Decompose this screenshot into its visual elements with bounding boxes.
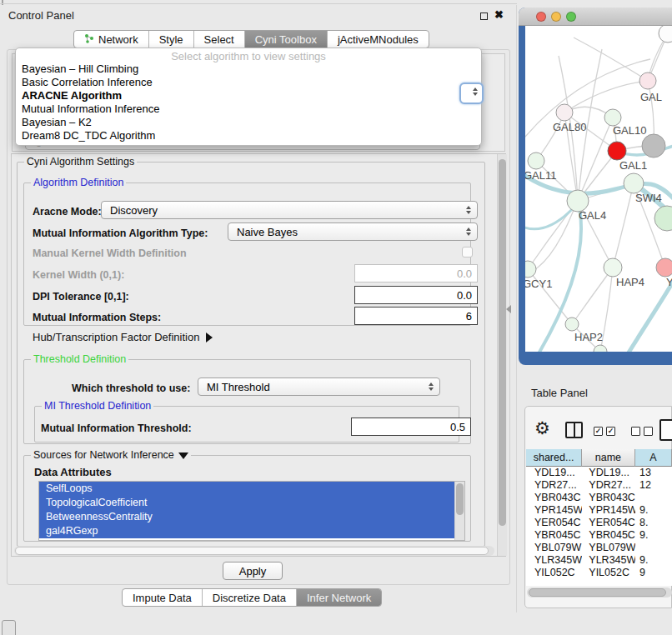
tab-discretize-data[interactable]: Discretize Data xyxy=(202,589,296,606)
manual-kernel-label: Manual Kernel Width Definition xyxy=(33,248,187,259)
kernel-width-label: Kernel Width (0,1): xyxy=(33,269,124,281)
table-row[interactable]: YDL19...YDL19...13 xyxy=(526,467,672,479)
algorithm-combo-fragment[interactable] xyxy=(459,82,484,104)
split-pane-grip[interactable] xyxy=(506,305,511,313)
mi-threshold-label: Mutual Information Threshold: xyxy=(41,422,192,434)
network-canvas[interactable]: GALGAL80GAL10GAL1GAL11SWI4GAL4GCY1HAP4YH… xyxy=(525,26,672,352)
algorithm-option-bayesian-k2[interactable]: Bayesian – K2 xyxy=(16,116,481,129)
which-threshold-combo[interactable]: MI Threshold xyxy=(198,378,440,396)
table-row[interactable]: YER054CYER054C8. xyxy=(526,517,672,529)
mi-steps-field[interactable]: 6 xyxy=(354,307,478,325)
algorithm-option-dream8-dc-tdc-algorithm[interactable]: Dream8 DC_TDC Algorithm xyxy=(16,129,481,142)
dpi-tolerance-label: DPI Tolerance [0,1]: xyxy=(33,291,129,302)
tab-style[interactable]: Style xyxy=(148,31,193,48)
attributes-list-scrollbar[interactable] xyxy=(454,482,464,540)
network-node[interactable] xyxy=(654,206,672,231)
column-header-a[interactable]: A xyxy=(635,449,672,467)
tab-jactivemnodules[interactable]: jActiveMNodules xyxy=(327,31,429,48)
tab-impute-data[interactable]: Impute Data xyxy=(123,589,202,606)
network-edge xyxy=(574,38,648,81)
tab-infer-network[interactable]: Infer Network xyxy=(296,589,381,606)
network-node[interactable] xyxy=(642,134,665,158)
unchecked-box-icon[interactable] xyxy=(644,427,653,436)
attribute-item-topologicalcoefficient[interactable]: TopologicalCoefficient xyxy=(39,496,464,510)
manual-kernel-checkbox[interactable] xyxy=(462,247,473,258)
network-node-hap4[interactable] xyxy=(604,258,622,277)
bottom-left-button[interactable] xyxy=(2,620,16,635)
column-header-name[interactable]: name xyxy=(582,449,635,467)
gear-icon[interactable]: ⚙ xyxy=(534,418,550,438)
network-node-gal[interactable] xyxy=(639,72,656,89)
document-icon[interactable] xyxy=(659,419,672,441)
table-cell: YDR27... xyxy=(526,479,582,492)
table-row[interactable]: YLR345WYLR345W9. xyxy=(526,554,672,567)
network-edge xyxy=(613,183,634,268)
dpi-tolerance-field[interactable]: 0.0 xyxy=(354,286,478,304)
node-table: shared...nameAYDL19...YDL19...13YDR27...… xyxy=(526,449,672,586)
mi-type-label: Mutual Information Algorithm Type: xyxy=(33,228,208,239)
unchecked-box-icon[interactable] xyxy=(631,427,640,436)
attribute-item-gal4rgexp[interactable]: gal4RGexp xyxy=(39,524,464,538)
network-node-gal1[interactable] xyxy=(608,142,626,160)
checked-box-icon[interactable]: ✓ xyxy=(606,427,615,436)
table-row[interactable]: YDR27...YDR27...12 xyxy=(526,479,672,492)
algorithm-option-mutual-information-inference[interactable]: Mutual Information Inference xyxy=(16,102,481,116)
apply-button[interactable]: Apply xyxy=(223,562,283,580)
algorithm-dropdown-placeholder: Select algorithm to view settings xyxy=(16,50,481,62)
tab-select[interactable]: Select xyxy=(193,31,244,48)
table-row[interactable]: YBL079WYBL079W xyxy=(526,542,672,554)
node-label-gal: GAL xyxy=(640,91,662,103)
node-label-gcy1: GCY1 xyxy=(525,278,552,290)
algorithm-dropdown: Select algorithm to view settings Bayesi… xyxy=(15,48,482,146)
checked-box-icon[interactable]: ✓ xyxy=(594,427,603,436)
attribute-item-betweennesscentrality[interactable]: BetweennessCentrality xyxy=(39,510,464,524)
settings-vertical-scrollbar[interactable] xyxy=(497,154,507,556)
close-traffic-light[interactable] xyxy=(536,12,546,22)
table-row[interactable]: YPR145WYPR145W9. xyxy=(526,504,672,517)
table-cell: YLR345W xyxy=(526,554,582,567)
attribute-item-selfloops[interactable]: SelfLoops xyxy=(39,482,464,496)
table-cell: YPR145W xyxy=(526,504,582,517)
network-node-hap2[interactable] xyxy=(565,318,579,331)
network-icon xyxy=(84,33,94,46)
split-columns-icon[interactable] xyxy=(565,422,583,438)
kernel-width-field[interactable]: 0.0 xyxy=(354,264,478,282)
tab-label: jActiveMNodules xyxy=(338,33,419,46)
table-cell: YBR043C xyxy=(582,492,635,504)
table-cell: YER054C xyxy=(582,517,635,529)
network-node-swi4[interactable] xyxy=(624,173,644,193)
table-cell: YDL19... xyxy=(582,467,635,479)
float-window-icon[interactable] xyxy=(480,12,488,20)
table-cell: 12 xyxy=(635,479,672,492)
close-icon[interactable]: ✖ xyxy=(494,8,504,21)
network-node-y[interactable] xyxy=(656,258,672,277)
dpi-tolerance-value: 0.0 xyxy=(457,289,472,302)
table-row[interactable]: YIL052CYIL052C9 xyxy=(526,567,672,579)
minimize-traffic-light[interactable] xyxy=(551,12,561,22)
collapsed-arrow-icon xyxy=(206,332,213,342)
table-row[interactable]: YBR045CYBR045C9. xyxy=(526,529,672,542)
column-header-shared[interactable]: shared... xyxy=(526,449,582,467)
settings-horizontal-scrollbar[interactable] xyxy=(14,546,494,556)
network-node-gcy1[interactable] xyxy=(525,261,536,278)
zoom-traffic-light[interactable] xyxy=(566,12,576,22)
aracne-mode-combo[interactable]: Discovery xyxy=(101,201,478,219)
sources-group-title[interactable]: Sources for Network Inference xyxy=(31,449,191,462)
network-node-gal10[interactable] xyxy=(604,109,621,126)
tab-network[interactable]: Network xyxy=(74,31,148,48)
table-row[interactable]: YBR043CYBR043C xyxy=(526,492,672,504)
mi-threshold-field[interactable]: 0.5 xyxy=(351,418,471,436)
tab-cyni-toolbox[interactable]: Cyni Toolbox xyxy=(244,31,327,48)
network-node[interactable] xyxy=(659,26,672,42)
table-horizontal-scrollbar[interactable] xyxy=(527,588,672,598)
network-node[interactable] xyxy=(594,345,607,352)
table-cell: YBR045C xyxy=(582,529,635,542)
algorithm-option-basic-correlation-inference[interactable]: Basic Correlation Inference xyxy=(16,76,481,89)
hub-definition-label: Hub/Transcription Factor Definition xyxy=(33,331,199,343)
algorithm-option-aracne-algorithm[interactable]: ARACNE Algorithm xyxy=(16,89,481,102)
network-node-gal11[interactable] xyxy=(528,152,544,169)
mi-type-combo[interactable]: Naive Bayes xyxy=(228,222,478,241)
hub-definition-toggle[interactable]: Hub/Transcription Factor Definition xyxy=(33,331,213,343)
network-node-gal80[interactable] xyxy=(556,104,573,121)
algorithm-option-bayesian-hill-climbing[interactable]: Bayesian – Hill Climbing xyxy=(16,62,481,76)
